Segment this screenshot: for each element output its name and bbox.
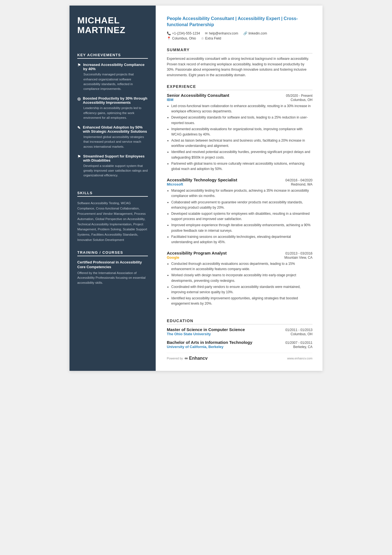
contact-row: 📞 +1-(234)-555-1234 ✉ help@enhancv.com 🔗… [167, 31, 312, 35]
edu-school: University of California, Berkeley [167, 345, 224, 349]
training-section-title: TRAINING / COURSES [77, 250, 148, 256]
enhancv-logo: ∞ Enhancv [185, 356, 208, 361]
bullet-item: Coordinated with third-party vendors to … [171, 284, 312, 295]
bullet-item: Identified and resolved potential access… [171, 149, 312, 160]
edu-dates: 01/2011 - 01/2013 [286, 328, 312, 332]
achievement-icon: ⚑ [77, 63, 81, 67]
footer-branding: Powered by ∞ Enhancv [167, 356, 208, 361]
achievement-desc: Implemented global accessibility strateg… [83, 135, 148, 149]
location-contact: 📍 Columbus, Ohio [167, 36, 196, 40]
achievement-desc: Successfully managed projects that enhan… [83, 72, 148, 91]
email-contact: ✉ help@enhancv.com [205, 31, 238, 35]
achievement-icon: ✎ [77, 125, 81, 130]
page-footer: Powered by ∞ Enhancv www.enhancv.com [167, 353, 312, 361]
achievement-title: Streamlined Support for Employees with D… [83, 154, 148, 162]
linkedin-icon: 🔗 [243, 31, 247, 35]
achievement-item: ◎ Boosted Productivity by 30% through Ac… [77, 96, 148, 120]
bullet-item: Implemented accessibility evaluations fo… [171, 127, 312, 137]
sidebar: MICHAEL MARTINEZ KEY ACHIEVEMENTS ⚑ Incr… [70, 6, 156, 371]
candidate-name: MICHAEL MARTINEZ [77, 16, 148, 35]
education-section-title: EDUCATION [167, 319, 312, 324]
main-content: People Accessibility Consultant | Access… [156, 6, 322, 371]
training-desc: Offered by the International Association… [77, 271, 148, 285]
edu-location: Berkeley, CA [293, 345, 312, 349]
skills-section-title: SKILLS [77, 191, 148, 197]
bullet-item: Partnered with global teams to ensure cu… [171, 161, 312, 172]
job-title: Senior Accessibility Consultant [167, 93, 229, 98]
bullet-item: Conducted thorough accessibility evaluat… [171, 261, 312, 272]
edu-degree: Master of Science in Computer Science [167, 327, 245, 332]
linkedin-contact: 🔗 linkedin.com [243, 31, 267, 35]
powered-by-label: Powered by [167, 357, 183, 360]
job-location: Mountain View, CA [284, 256, 312, 260]
job-location: Redmond, WA [291, 182, 312, 186]
extra-value: Extra Field [205, 36, 221, 40]
achievements-section-title: KEY ACHIEVEMENTS [77, 53, 148, 59]
company-name: Microsoft [167, 182, 183, 186]
edu-location: Columbus, OH [291, 332, 312, 336]
job-location: Columbus, OH [291, 98, 312, 102]
job-title: Accessibility Technology Specialist [167, 177, 237, 182]
skills-text: Software Accessibility Testing, WCAG Com… [77, 201, 148, 243]
phone-icon: 📞 [167, 31, 171, 35]
experience-item: Accessibility Technology Specialist 04/2… [167, 177, 312, 246]
achievement-item: ⚑ Increased Accessibility Compliance by … [77, 63, 148, 91]
company-name: IBM [167, 98, 173, 102]
achievement-item: ✎ Enhanced Global Adoption by 50% with S… [77, 125, 148, 149]
achievement-title: Enhanced Global Adoption by 50% with Str… [83, 125, 148, 134]
experience-item: Senior Accessibility Consultant 05/2020 … [167, 93, 312, 172]
job-dates: 05/2020 - Present [286, 94, 312, 98]
phone-value: +1-(234)-555-1234 [172, 31, 200, 35]
achievements-list: ⚑ Increased Accessibility Compliance by … [77, 63, 148, 183]
education-item: Bachelor of Arts in Information Technolo… [167, 340, 312, 349]
achievement-item: ⚑ Streamlined Support for Employees with… [77, 154, 148, 178]
experience-section-title: EXPERIENCE [167, 84, 312, 90]
email-icon: ✉ [205, 31, 208, 35]
location-icon: 📍 [167, 36, 171, 40]
bullet-item: Acted as liaison between technical teams… [171, 138, 312, 149]
bullet-item: Improved employee experience through ite… [171, 223, 312, 233]
job-bullets: Led cross-functional team collaboration … [167, 103, 312, 172]
summary-section-title: SUMMARY [167, 48, 312, 53]
achievement-desc: Leadership in accessibility projects led… [83, 106, 148, 120]
footer-website: www.enhancv.com [287, 357, 312, 360]
contact-row-2: 📍 Columbus, Ohio ☆ Extra Field [167, 36, 312, 40]
job-dates: 01/2013 - 03/2016 [286, 251, 312, 255]
edu-degree: Bachelor of Arts in Information Technolo… [167, 340, 252, 345]
achievement-icon: ⚑ [77, 154, 81, 159]
bullet-item: Led cross-functional team collaboration … [171, 103, 312, 114]
bullet-item: Developed scalable support systems for e… [171, 211, 312, 222]
bullet-item: Facilitated training sessions on accessi… [171, 234, 312, 245]
training-title: Certified Professional in Accessibility … [77, 260, 148, 270]
achievement-icon: ◎ [77, 97, 81, 101]
training-item: Certified Professional in Accessibility … [77, 260, 148, 285]
achievement-title: Boosted Productivity by 30% through Acce… [83, 96, 148, 105]
bullet-item: Identified key accessibility improvement… [171, 296, 312, 306]
location-value: Columbus, Ohio [172, 36, 196, 40]
experience-item: Accessibility Program Analyst 01/2013 - … [167, 251, 312, 307]
company-name: Google [167, 255, 179, 260]
achievement-title: Increased Accessibility Compliance by 40… [83, 63, 148, 71]
achievement-desc: Developed a scalable support system that… [83, 164, 148, 178]
summary-text: Experienced accessibility consultant wit… [167, 56, 312, 78]
phone-contact: 📞 +1-(234)-555-1234 [167, 31, 200, 35]
edu-school: The Ohio State University [167, 332, 211, 336]
main-header-title: People Accessibility Consultant | Access… [167, 16, 312, 28]
job-dates: 04/2016 - 04/2020 [286, 178, 312, 182]
job-title: Accessibility Program Analyst [167, 251, 227, 255]
star-icon: ☆ [201, 36, 204, 40]
bullet-item: Developed accessibility standards for so… [171, 115, 312, 125]
linkedin-value: linkedin.com [249, 31, 267, 35]
job-bullets: Managed accessibility testing for softwa… [167, 188, 312, 245]
extra-contact: ☆ Extra Field [201, 36, 221, 40]
job-bullets: Conducted thorough accessibility evaluat… [167, 261, 312, 307]
email-value: help@enhancv.com [209, 31, 238, 35]
education-item: Master of Science in Computer Science 01… [167, 327, 312, 336]
bullet-item: Collaborated with procurement to guarant… [171, 200, 312, 210]
bullet-item: Worked closely with design teams to inco… [171, 273, 312, 283]
bullet-item: Managed accessibility testing for softwa… [171, 188, 312, 199]
resume-container: MICHAEL MARTINEZ KEY ACHIEVEMENTS ⚑ Incr… [70, 6, 322, 371]
edu-dates: 01/2007 - 01/2011 [286, 341, 312, 345]
